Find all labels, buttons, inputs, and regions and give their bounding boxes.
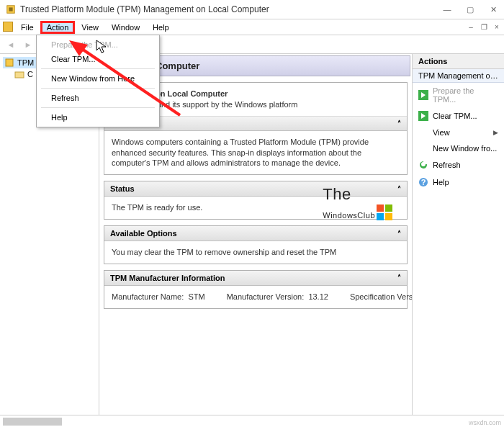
title-bar: Trusted Platform Module (TPM) Management… (0, 0, 504, 19)
svg-rect-1 (9, 7, 12, 11)
forward-button: ► (22, 38, 35, 51)
refresh-icon (418, 160, 428, 170)
mfr-version: Manufacturer Version: 13.12 (227, 292, 328, 302)
manufacturer-block: TPM Manufacturer Information˄ Manufactur… (104, 270, 408, 309)
action-menu-dropdown: Prepare the TPM... Clear TPM... New Wind… (36, 35, 160, 127)
actions-group-label: TPM Management on ... (413, 69, 504, 83)
actions-header: Actions (413, 54, 504, 69)
mdi-minimize-button[interactable]: – (467, 23, 475, 31)
actions-pane: Actions TPM Management on ... Prepare th… (412, 54, 504, 415)
status-toggle[interactable]: Status˄ (104, 181, 407, 197)
menu-separator (41, 88, 155, 89)
mfr-name: Manufacturer Name: STM (112, 292, 205, 302)
menu-item-prepare-tpm: Prepare the TPM... (38, 37, 158, 52)
tree-label: C (27, 70, 33, 78)
manufacturer-toggle[interactable]: TPM Manufacturer Information˄ (104, 271, 407, 286)
action-clear-tpm[interactable]: Clear TPM... (413, 107, 504, 125)
menu-action[interactable]: Action (40, 21, 76, 34)
mmc-icon (3, 22, 13, 32)
menu-window[interactable]: Window (105, 21, 146, 34)
menu-bar: File Action View Window Help – ❐ × (0, 19, 504, 35)
status-bar (0, 415, 504, 427)
arrow-right-icon (418, 111, 428, 121)
window-title: Trusted Platform Module (TPM) Management… (20, 4, 442, 14)
menu-view[interactable]: View (75, 21, 105, 34)
menu-item-new-window[interactable]: New Window from Here (38, 71, 158, 86)
chevron-up-icon: ˄ (397, 120, 401, 127)
svg-rect-7 (15, 72, 24, 78)
status-segment (3, 418, 62, 426)
chevron-up-icon: ˄ (397, 274, 401, 282)
options-toggle[interactable]: Available Options˄ (104, 226, 407, 241)
action-help[interactable]: ? Help (413, 174, 504, 191)
tpm-app-icon (6, 4, 16, 14)
chevron-up-icon: ˄ (397, 230, 401, 238)
menu-help[interactable]: Help (146, 21, 176, 34)
status-block: Status˄ The TPM is ready for use. (104, 181, 408, 220)
chevron-right-icon: ▶ (493, 129, 498, 136)
menu-separator (41, 107, 155, 108)
credit-text: wsxdn.com (469, 419, 501, 426)
svg-text:?: ? (421, 178, 426, 186)
mdi-restore-button[interactable]: ❐ (480, 23, 488, 31)
folder-icon (14, 69, 24, 79)
options-body: You may clear the TPM to remove ownershi… (104, 241, 407, 264)
status-body: The TPM is ready for use. (104, 197, 407, 219)
menu-item-help[interactable]: Help (38, 110, 158, 125)
back-button: ◄ (4, 38, 17, 51)
mfr-spec: Specification Version: 1.2 (350, 292, 412, 302)
menu-file[interactable]: File (14, 21, 40, 34)
action-prepare-tpm: Prepare the TPM... (413, 83, 504, 107)
tree-label: TPM (17, 58, 34, 67)
action-new-window[interactable]: New Window fro... (413, 140, 504, 156)
mdi-close-button[interactable]: × (492, 23, 501, 31)
action-view[interactable]: View▶ (413, 125, 504, 140)
action-refresh[interactable]: Refresh (413, 156, 504, 174)
arrow-right-icon (418, 90, 428, 100)
menu-item-refresh[interactable]: Refresh (38, 91, 158, 105)
chip-icon (4, 58, 14, 68)
menu-separator (41, 68, 155, 69)
minimize-button[interactable]: — (442, 5, 452, 14)
options-block: Available Options˄ You may clear the TPM… (104, 225, 408, 264)
svg-rect-6 (6, 59, 13, 66)
menu-item-clear-tpm[interactable]: Clear TPM... (38, 52, 158, 66)
help-icon: ? (418, 177, 428, 187)
close-button[interactable]: ✕ (488, 5, 498, 14)
overview-body: Windows computers containing a Trusted P… (104, 131, 407, 175)
maximize-button[interactable]: ▢ (465, 5, 475, 14)
chevron-up-icon: ˄ (397, 185, 401, 193)
